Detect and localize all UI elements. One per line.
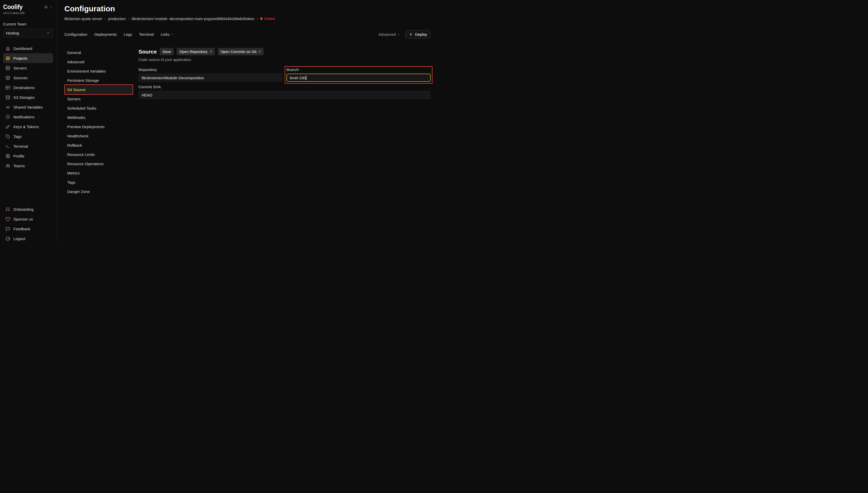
tab-terminal[interactable]: Terminal (139, 32, 154, 37)
tab-links[interactable]: Links (161, 32, 174, 37)
subnav-item-git-source[interactable]: Git Source (64, 85, 133, 94)
sidebar-item-notifications[interactable]: Notifications (3, 112, 53, 122)
sidebar-item-shared-variables[interactable]: (x) Shared Variables (3, 102, 53, 112)
sidebar-item-logout[interactable]: Logout (3, 234, 53, 243)
commit-sha-label: Commit SHA (139, 85, 431, 89)
subnav-item-scheduled-tasks[interactable]: Scheduled Tasks (64, 103, 133, 113)
subnav-item-resource-limits[interactable]: Resource Limits (64, 150, 133, 159)
sidebar-item-dashboard[interactable]: Dashboard (3, 43, 53, 53)
chevron-down-icon (46, 31, 50, 35)
external-link-icon: ↗ (209, 50, 212, 53)
subnav-item-persistent-storage[interactable]: Persistent Storage (64, 76, 133, 85)
section-description: Code source of your application. (139, 58, 431, 62)
selector-icon[interactable] (49, 5, 53, 9)
subnav-item-preview-deployments[interactable]: Preview Deployments (64, 122, 133, 131)
tab-configuration[interactable]: Configuration (64, 32, 87, 37)
status-dot-icon (260, 18, 262, 20)
current-team-label: Current Team (3, 22, 53, 26)
repository-input[interactable] (139, 73, 283, 82)
breadcrumb-item-illicitonion-quote-server[interactable]: illicitonion quote server (64, 17, 103, 21)
subnav-item-rollback[interactable]: Rollback (64, 141, 133, 150)
subnav-item-webhooks[interactable]: Webhooks (64, 113, 133, 122)
advanced-toggle[interactable]: Advanced (379, 32, 401, 37)
open-repository-button[interactable]: Open Repository ↗ (176, 48, 215, 55)
sidebar-item-servers[interactable]: Servers (3, 63, 53, 73)
section-title: Source (139, 49, 157, 55)
profile-icon (5, 153, 10, 159)
commit-sha-input[interactable] (139, 91, 431, 99)
logout-icon (5, 236, 10, 241)
repository-field: Repository (139, 67, 283, 82)
variables-icon: (x) (5, 105, 10, 110)
destination-icon (5, 85, 10, 90)
app-logo[interactable]: Coolify (3, 4, 24, 10)
sidebar-item-destinations[interactable]: Destinations (3, 83, 53, 92)
database-icon (5, 95, 10, 100)
config-subnav: General Advanced Environment Variables P… (64, 48, 133, 196)
status-label: Exited (264, 17, 275, 21)
bell-icon (5, 114, 10, 120)
sidebar-nav: Dashboard Projects Servers Sources Desti… (3, 43, 53, 171)
open-commits-button[interactable]: Open Commits on Git ↗ (218, 48, 264, 55)
breadcrumb-separator-icon: › (128, 17, 129, 21)
breadcrumb-separator-icon: › (257, 17, 258, 21)
team-select[interactable]: Hosting (3, 28, 53, 37)
repository-label: Repository (139, 67, 283, 72)
onboarding-icon (5, 207, 10, 212)
selector-icon (397, 33, 400, 36)
feedback-icon (5, 226, 10, 232)
terminal-icon (5, 144, 10, 149)
sidebar-item-teams[interactable]: Teams (3, 161, 53, 171)
branch-field: Branch level-100 (287, 67, 431, 82)
breadcrumb-item-illicitestonion-module-decomposition-main-psgsws8884440s08wk00okws[interactable]: illicitestonion/-module--decomposition:m… (131, 17, 254, 21)
subnav-item-metrics[interactable]: Metrics (64, 168, 133, 177)
page-title: Configuration (64, 4, 431, 13)
subnav-item-resource-operations[interactable]: Resource Operations (64, 159, 133, 168)
subnav-item-healthcheck[interactable]: Healthcheck (64, 131, 133, 141)
tab-deployments[interactable]: Deployments (94, 32, 117, 37)
text-cursor-icon (306, 76, 306, 80)
sidebar-item-feedback[interactable]: Feedback (3, 224, 53, 234)
sidebar-item-keys-tokens[interactable]: Keys & Tokens (3, 122, 53, 131)
status-badge: Exited (260, 17, 275, 21)
subnav-item-environment-variables[interactable]: Environment Variables (64, 66, 133, 76)
subnav-item-danger-zone[interactable]: Danger Zone (64, 187, 133, 196)
app-version: v4.0.0-beta.399 (3, 11, 24, 15)
sidebar-footer-nav: Onboarding Sponsor us Feedback Logout (3, 204, 53, 243)
sidebar-item-projects[interactable]: Projects (3, 53, 53, 63)
branch-value: level-100 (290, 76, 305, 80)
play-icon (409, 33, 413, 36)
tab-logs[interactable]: Logs (124, 32, 132, 37)
commit-sha-field: Commit SHA (139, 85, 431, 99)
breadcrumb-separator-icon: › (105, 17, 106, 21)
branch-label: Branch (287, 67, 431, 72)
branch-input[interactable]: level-100 (287, 73, 431, 82)
subnav-item-tags[interactable]: Tags (64, 177, 133, 187)
breadcrumb-item-production[interactable]: production (108, 17, 126, 21)
source-icon (5, 75, 10, 81)
external-link-icon: ↗ (258, 50, 261, 53)
sidebar-item-profile[interactable]: Profile (3, 151, 53, 161)
breadcrumb: illicitonion quote server › production ›… (64, 17, 431, 21)
save-button[interactable]: Save (160, 48, 174, 55)
sidebar-item-s3-storages[interactable]: S3 Storages (3, 92, 53, 102)
svg-text:(x): (x) (6, 106, 9, 109)
teams-icon (5, 163, 10, 169)
subnav-item-general[interactable]: General (64, 48, 133, 57)
key-icon (5, 124, 10, 129)
server-icon (5, 65, 10, 71)
sidebar-item-sources[interactable]: Sources (3, 73, 53, 83)
subnav-item-servers[interactable]: Servers (64, 94, 133, 103)
tabbar: Configuration Deployments Logs Terminal (64, 30, 431, 39)
main-content: Configuration illicitonion quote server … (56, 0, 434, 246)
tag-icon (5, 134, 10, 139)
sun-icon[interactable] (44, 5, 48, 9)
selector-icon (171, 33, 174, 36)
team-select-value: Hosting (6, 31, 19, 35)
sidebar-item-tags[interactable]: Tags (3, 131, 53, 141)
subnav-item-advanced[interactable]: Advanced (64, 57, 133, 66)
sidebar-item-sponsor-us[interactable]: Sponsor us (3, 214, 53, 224)
sidebar-item-terminal[interactable]: Terminal (3, 141, 53, 151)
sidebar-item-onboarding[interactable]: Onboarding (3, 204, 53, 214)
deploy-button[interactable]: Deploy (405, 30, 431, 39)
